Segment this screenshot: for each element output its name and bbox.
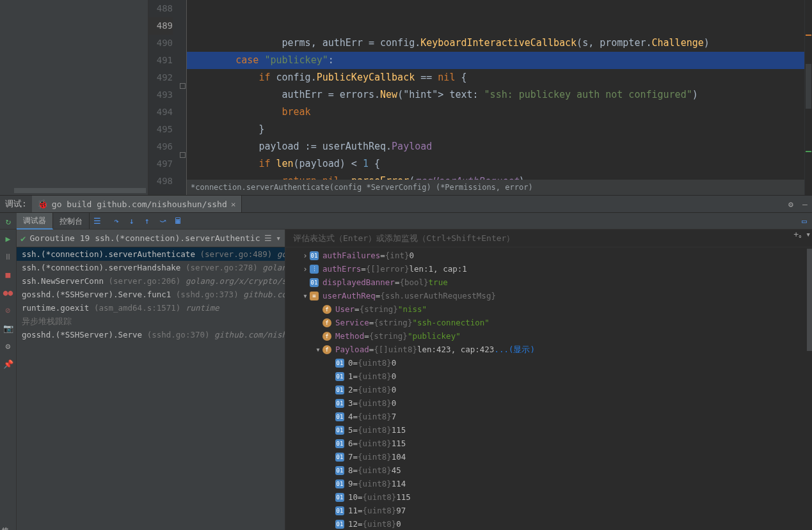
filter-icon[interactable]: ☰ bbox=[264, 233, 272, 243]
debug-body: ▶ ⏸ ■ ●● ⊘ 📷 ⚙ 📌 ✔ Goroutine 19 ssh.(*co… bbox=[0, 230, 812, 530]
frames-thread-selector[interactable]: ✔ Goroutine 19 ssh.(*connection).serverA… bbox=[17, 230, 285, 247]
settings2-icon[interactable]: ⚙ bbox=[3, 341, 13, 351]
debug-tool-window-header: 调试: 🐞 go build github.com/nishoushun/ssh… bbox=[0, 195, 812, 213]
var-userAuthReq[interactable]: ▾≡userAuthReq = {ssh.userAuthRequestMsg} bbox=[285, 289, 812, 302]
rerun-icon[interactable]: ↻ bbox=[0, 216, 17, 226]
gutter-line[interactable]: 493 bbox=[148, 86, 173, 104]
threads-icon[interactable]: ☰ bbox=[90, 216, 105, 226]
gutter-line[interactable]: 496 bbox=[148, 138, 173, 155]
var-payload-item[interactable]: 018 = {uint8} 45 bbox=[285, 464, 812, 477]
editor-gutter[interactable]: 488489490491492493494495496497498 bbox=[148, 0, 179, 195]
code-line[interactable]: } bbox=[187, 121, 804, 138]
var-authFailures[interactable]: ›01authFailures = {int} 0 bbox=[285, 249, 812, 262]
pin-icon[interactable]: 📌 bbox=[3, 359, 13, 369]
step-out-icon[interactable]: ↑ bbox=[139, 216, 155, 226]
stack-frame[interactable]: gosshd.(*SSHServer).Serve (sshd.go:370) … bbox=[17, 328, 285, 341]
gutter-line[interactable]: 494 bbox=[148, 104, 173, 121]
gutter-line[interactable]: 497 bbox=[148, 155, 173, 173]
variables-panel: +｡ ▾ 评估表达式（Enter）或添加监视（Ctrl+Shift+Enter）… bbox=[285, 230, 812, 530]
var-Method[interactable]: fMethod = {string} "publickey" bbox=[285, 329, 812, 343]
bug-icon: 🐞 bbox=[37, 199, 48, 209]
var-payload-item[interactable]: 0111 = {uint8} 97 bbox=[285, 504, 812, 517]
code-line[interactable]: break bbox=[187, 104, 804, 121]
editor-minimap[interactable] bbox=[804, 0, 812, 195]
chevron-down-icon[interactable]: ▾ bbox=[276, 233, 281, 243]
code-line[interactable]: perms, authErr = config.KeyboardInteract… bbox=[187, 35, 804, 52]
debug-label: 调试: bbox=[0, 198, 32, 210]
code-line[interactable]: case "publickey": bbox=[187, 52, 804, 69]
var-payload-item[interactable]: 0112 = {uint8} 0 bbox=[285, 517, 812, 530]
stop-icon[interactable]: ■ bbox=[3, 269, 13, 279]
stack-frame[interactable]: gosshd.(*SSHServer).Serve.func1 (sshd.go… bbox=[17, 288, 285, 301]
step-over-icon[interactable]: ↷ bbox=[109, 216, 124, 226]
chevron-down-icon[interactable]: ▾ bbox=[806, 230, 811, 239]
layout-icon[interactable]: ▭ bbox=[797, 216, 812, 226]
var-User[interactable]: fUser = {string} "niss" bbox=[285, 302, 812, 316]
fold-handle[interactable] bbox=[180, 83, 186, 89]
add-watch-icon[interactable]: +｡ bbox=[793, 230, 803, 239]
var-payload-item[interactable]: 016 = {uint8} 115 bbox=[285, 437, 812, 450]
var-displayedBanner[interactable]: 01displayedBanner = {bool} true bbox=[285, 276, 812, 289]
watch-expression-input[interactable]: 评估表达式（Enter）或添加监视（Ctrl+Shift+Enter） bbox=[285, 230, 812, 247]
var-Service[interactable]: fService = {string} "ssh-connection" bbox=[285, 316, 812, 329]
var-payload-item[interactable]: 010 = {uint8} 0 bbox=[285, 356, 812, 370]
editor-area: 488489490491492493494495496497498 perms,… bbox=[0, 0, 812, 195]
var-payload-item[interactable]: 019 = {uint8} 114 bbox=[285, 477, 812, 490]
async-stack-label: 异步堆栈跟踪 bbox=[17, 315, 285, 328]
stack-frame[interactable]: ssh.NewServerConn (server.go:206) golang… bbox=[17, 274, 285, 288]
gutter-line[interactable]: 489 bbox=[148, 17, 173, 35]
fold-handle[interactable] bbox=[180, 152, 186, 158]
structure-tool-stripe[interactable]: 结构 bbox=[0, 513, 9, 530]
view-breakpoints-icon[interactable]: ●● bbox=[3, 287, 13, 297]
code-editor[interactable]: perms, authErr = config.KeyboardInteract… bbox=[187, 0, 804, 195]
gutter-line[interactable]: 488 bbox=[148, 0, 173, 17]
frames-panel: ✔ Goroutine 19 ssh.(*connection).serverA… bbox=[17, 230, 285, 530]
debug-side-toolbar: ▶ ⏸ ■ ●● ⊘ 📷 ⚙ 📌 bbox=[0, 230, 17, 530]
debug-tab-title: go build github.com/nishoushun/sshd bbox=[52, 199, 227, 209]
gutter-line[interactable]: 491 bbox=[148, 52, 173, 69]
stack-frame[interactable]: ssh.(*connection).serverHandshake (serve… bbox=[17, 261, 285, 274]
code-line[interactable]: authErr = errors.New("hint"> text: "ssh:… bbox=[187, 86, 804, 104]
code-line[interactable]: if len(payload) < 1 { bbox=[187, 155, 804, 173]
variables-scrollbar[interactable] bbox=[807, 247, 812, 530]
var-authErrs[interactable]: ›⋮authErrs = {[]error} len:1, cap:1 bbox=[285, 262, 812, 276]
close-icon[interactable]: × bbox=[231, 199, 236, 209]
stack-frame[interactable]: runtime.goexit (asm_amd64.s:1571) runtim… bbox=[17, 301, 285, 315]
stack-frame[interactable]: ssh.(*connection).serverAuthenticate (se… bbox=[17, 247, 285, 261]
tab-debugger[interactable]: 调试器 bbox=[17, 213, 53, 230]
gutter-line[interactable]: 498 bbox=[148, 173, 173, 190]
project-tree-hscroll[interactable] bbox=[14, 188, 146, 193]
settings-icon[interactable]: ⚙ bbox=[784, 199, 798, 209]
code-line[interactable]: if config.PublicKeyCallback == nil { bbox=[187, 69, 804, 86]
frames-list[interactable]: ssh.(*connection).serverAuthenticate (se… bbox=[17, 247, 285, 341]
var-payload-item[interactable]: 017 = {uint8} 104 bbox=[285, 450, 812, 464]
variables-tree[interactable]: ›01authFailures = {int} 0›⋮authErrs = {[… bbox=[285, 247, 812, 530]
resume-icon[interactable]: ▶ bbox=[3, 233, 13, 244]
gutter-line[interactable]: 492 bbox=[148, 69, 173, 86]
var-payload-item[interactable]: 015 = {uint8} 115 bbox=[285, 423, 812, 437]
var-payload-item[interactable]: 012 = {uint8} 0 bbox=[285, 383, 812, 396]
step-into-icon[interactable]: ↓ bbox=[124, 216, 139, 226]
gutter-line[interactable]: 495 bbox=[148, 121, 173, 138]
minimize-icon[interactable]: — bbox=[798, 199, 812, 209]
var-payload-item[interactable]: 014 = {uint8} 7 bbox=[285, 410, 812, 423]
var-payload-item[interactable]: 011 = {uint8} 0 bbox=[285, 370, 812, 383]
code-line[interactable]: payload := userAuthReq.Payload bbox=[187, 138, 804, 155]
check-icon: ✔ bbox=[20, 233, 26, 244]
camera-icon[interactable]: 📷 bbox=[3, 323, 13, 333]
pause-icon[interactable]: ⏸ bbox=[3, 251, 13, 261]
debug-run-config-tab[interactable]: 🐞 go build github.com/nishoushun/sshd × bbox=[32, 196, 242, 212]
var-payload-item[interactable]: 013 = {uint8} 0 bbox=[285, 396, 812, 410]
frames-head-label: Goroutine 19 ssh.(*connection).serverAut… bbox=[29, 233, 260, 243]
editor-breadcrumb[interactable]: *connection.serverAuthenticate(config *S… bbox=[187, 180, 804, 195]
var-Payload[interactable]: ▾fPayload = {[]uint8} len:423, cap:423 .… bbox=[285, 343, 812, 356]
gutter-line[interactable]: 490 bbox=[148, 35, 173, 52]
fold-column[interactable] bbox=[179, 0, 187, 195]
run-to-cursor-icon[interactable]: ⤻ bbox=[155, 216, 170, 226]
mute-breakpoints-icon[interactable]: ⊘ bbox=[3, 305, 13, 315]
debug-toolbar: ↻ 调试器 控制台 ☰ ↷ ↓ ↑ ⤻ 🖩 ▭ bbox=[0, 213, 812, 230]
var-payload-item[interactable]: 0110 = {uint8} 115 bbox=[285, 490, 812, 504]
project-tree[interactable] bbox=[0, 0, 148, 195]
tab-console[interactable]: 控制台 bbox=[53, 213, 90, 229]
evaluate-icon[interactable]: 🖩 bbox=[170, 216, 186, 226]
